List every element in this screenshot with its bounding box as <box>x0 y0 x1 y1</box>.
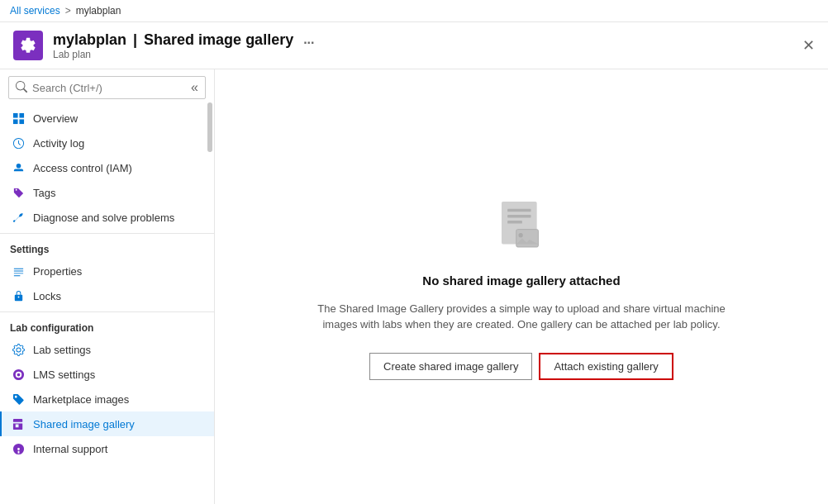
empty-state-description: The Shared Image Gallery provides a simp… <box>315 301 728 333</box>
svg-rect-1 <box>12 112 17 117</box>
search-box: « <box>8 76 206 99</box>
sidebar-item-activity-log[interactable]: Activity log <box>0 131 214 155</box>
sidebar-item-shared-image-gallery-label: Shared image gallery <box>33 418 135 430</box>
gear-icon <box>12 343 25 356</box>
svg-rect-9 <box>516 229 539 246</box>
collapse-sidebar-button[interactable]: « <box>191 80 198 95</box>
sidebar-item-tags[interactable]: Tags <box>0 180 214 205</box>
svg-rect-4 <box>19 119 24 124</box>
tag-icon <box>12 186 25 199</box>
sidebar-item-locks[interactable]: Locks <box>0 283 214 308</box>
sidebar-item-marketplace-images-label: Marketplace images <box>33 393 129 406</box>
support-icon <box>12 442 25 455</box>
properties-icon <box>12 264 25 278</box>
sidebar-item-lms-settings-label: LMS settings <box>33 368 95 381</box>
sidebar-item-overview[interactable]: Overview <box>0 106 214 131</box>
sidebar: « Overview Activity log <box>0 69 215 504</box>
main-layout: « Overview Activity log <box>0 69 828 504</box>
page-header: mylabplan | Shared image gallery ... Lab… <box>0 22 828 69</box>
sidebar-item-access-control-label: Access control (IAM) <box>33 162 132 174</box>
page-title-group: mylabplan | Shared image gallery ... Lab… <box>53 31 315 60</box>
lab-config-section-label: Lab configuration <box>0 311 214 337</box>
sidebar-item-internal-support[interactable]: Internal support <box>0 436 214 461</box>
breadcrumb-current: mylabplan <box>76 5 121 17</box>
action-buttons: Create shared image gallery Attach exist… <box>369 353 673 380</box>
create-gallery-button[interactable]: Create shared image gallery <box>369 353 532 380</box>
sidebar-item-lab-settings-label: Lab settings <box>33 344 91 356</box>
breadcrumb-separator: > <box>65 5 71 17</box>
page-title: mylabplan | Shared image gallery ... <box>53 31 315 49</box>
marketplace-icon <box>12 392 25 406</box>
more-options-icon[interactable]: ... <box>303 32 314 47</box>
svg-point-10 <box>518 233 522 237</box>
sidebar-item-activity-log-label: Activity log <box>33 137 84 150</box>
lock-icon <box>12 289 25 302</box>
title-divider: | <box>133 31 137 49</box>
clock-icon <box>12 136 25 150</box>
wrench-icon <box>12 211 25 224</box>
sidebar-item-internal-support-label: Internal support <box>33 443 107 455</box>
attach-gallery-button[interactable]: Attach existing gallery <box>539 353 673 380</box>
empty-state: No shared image gallery attached The Sha… <box>315 194 728 380</box>
svg-rect-3 <box>12 119 17 124</box>
sidebar-item-access-control[interactable]: Access control (IAM) <box>0 155 214 180</box>
svg-rect-8 <box>507 221 522 224</box>
sidebar-item-properties[interactable]: Properties <box>0 259 214 283</box>
sidebar-item-locks-label: Locks <box>33 290 61 302</box>
page-subtitle: Lab plan <box>53 49 315 60</box>
empty-state-title: No shared image gallery attached <box>422 273 620 288</box>
sidebar-item-marketplace-images[interactable]: Marketplace images <box>0 387 214 411</box>
resource-icon <box>13 31 43 60</box>
gallery-icon <box>12 417 25 430</box>
sidebar-item-diagnose-label: Diagnose and solve problems <box>33 212 174 224</box>
svg-rect-2 <box>19 112 24 117</box>
all-services-link[interactable]: All services <box>10 5 60 17</box>
sidebar-item-lms-settings[interactable]: LMS settings <box>0 362 214 387</box>
resource-name: mylabplan <box>53 31 126 49</box>
svg-rect-7 <box>507 214 531 217</box>
sidebar-item-overview-label: Overview <box>33 112 78 125</box>
search-input[interactable] <box>32 82 186 94</box>
page-section-title: Shared image gallery <box>144 31 293 49</box>
sidebar-item-properties-label: Properties <box>33 265 82 278</box>
svg-rect-6 <box>507 208 531 212</box>
lms-icon <box>12 368 25 381</box>
empty-state-illustration <box>488 194 554 260</box>
labplan-icon-svg <box>19 36 37 55</box>
sidebar-item-diagnose[interactable]: Diagnose and solve problems <box>0 205 214 230</box>
scrollbar[interactable] <box>207 102 212 152</box>
search-icon <box>16 81 27 95</box>
settings-section-label: Settings <box>0 233 214 259</box>
close-icon[interactable]: ✕ <box>802 36 815 55</box>
sidebar-item-shared-image-gallery[interactable]: Shared image gallery <box>0 411 214 436</box>
breadcrumb: All services > mylabplan <box>0 0 828 22</box>
person-icon <box>12 161 25 174</box>
grid-icon <box>12 112 25 125</box>
sidebar-item-lab-settings[interactable]: Lab settings <box>0 337 214 362</box>
sidebar-item-tags-label: Tags <box>33 187 55 199</box>
content-area: No shared image gallery attached The Sha… <box>215 69 828 504</box>
